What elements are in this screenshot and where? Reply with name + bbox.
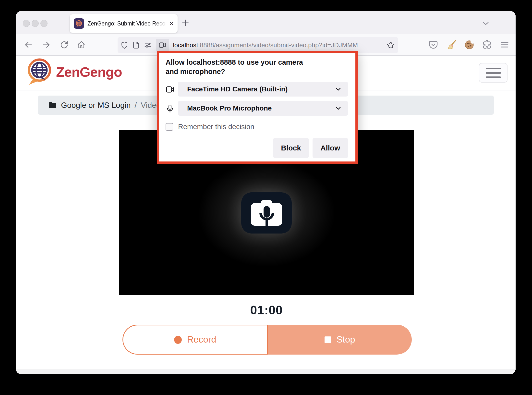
microphone-icon (166, 104, 174, 113)
breadcrumb-separator: / (135, 101, 137, 110)
url-host: localhost (173, 41, 198, 49)
microphone-device-value: MacBook Pro Microphone (187, 104, 334, 112)
broom-extension-icon[interactable] (447, 40, 457, 50)
new-tab-icon[interactable] (181, 18, 190, 28)
reload-icon[interactable] (60, 40, 69, 49)
zengengo-logo-icon (26, 58, 53, 86)
microphone-device-select[interactable]: MacBook Pro Microphone (178, 101, 348, 116)
record-label: Record (187, 334, 216, 345)
microphone-device-row: MacBook Pro Microphone (159, 101, 355, 116)
breadcrumb-root[interactable]: Google or MS Login (61, 101, 131, 110)
camera-device-value: FaceTime HD Camera (Built-in) (187, 85, 334, 93)
url-path: :8888/assignments/video/submit-video.php… (198, 41, 358, 49)
camera-active-icon[interactable] (156, 39, 169, 51)
cookie-extension-icon[interactable] (464, 40, 474, 50)
tab-strip: ZenGengo: Submit Video Record × (16, 11, 516, 34)
menu-hamburger-icon[interactable] (499, 40, 510, 50)
url-text[interactable]: localhost:8888/assignments/video/submit-… (173, 41, 387, 49)
puzzle-extensions-icon[interactable] (482, 40, 492, 50)
stop-label: Stop (337, 334, 355, 345)
stop-button[interactable]: Stop (268, 325, 412, 355)
window-status-strip (16, 369, 516, 374)
zengengo-logo[interactable]: ZenGengo (26, 58, 122, 86)
traffic-light-minimize[interactable] (32, 20, 39, 27)
camera-mic-placeholder-icon (241, 192, 292, 234)
traffic-light-zoom[interactable] (40, 20, 48, 27)
stop-square-icon (325, 336, 331, 343)
record-controls: Record Stop (122, 325, 412, 355)
chevron-down-icon (334, 85, 342, 93)
home-icon[interactable] (77, 40, 86, 49)
shield-icon[interactable] (121, 41, 128, 49)
record-dot-icon (174, 336, 182, 344)
forward-icon[interactable] (42, 40, 51, 49)
permission-dialog: Allow localhost:8888 to use your camera … (157, 51, 358, 164)
remember-label: Remember this decision (178, 123, 254, 131)
tab-close-icon[interactable]: × (169, 20, 174, 27)
pocket-icon[interactable] (428, 40, 438, 50)
folder-icon (48, 101, 57, 110)
allow-button[interactable]: Allow (313, 138, 348, 158)
video-camera-icon (166, 85, 174, 94)
recording-timer: 01:00 (119, 303, 414, 317)
permissions-sliders-icon[interactable] (144, 41, 152, 49)
tab-title: ZenGengo: Submit Video Record (87, 20, 168, 27)
zengengo-favicon-icon (74, 18, 84, 29)
back-icon[interactable] (24, 40, 33, 49)
record-button[interactable]: Record (122, 325, 268, 355)
camera-device-row: FaceTime HD Camera (Built-in) (159, 82, 355, 97)
block-button[interactable]: Block (273, 138, 309, 158)
navbar-toggler-icon[interactable] (479, 63, 508, 83)
reader-page-icon[interactable] (132, 41, 140, 49)
camera-device-select[interactable]: FaceTime HD Camera (Built-in) (178, 82, 348, 97)
tabs-chevron-down-icon[interactable] (481, 18, 491, 28)
brand-name: ZenGengo (56, 64, 122, 80)
remember-checkbox[interactable] (166, 123, 173, 131)
remember-decision-row: Remember this decision (166, 123, 254, 131)
bookmark-star-icon[interactable] (387, 41, 395, 49)
screenshot-stage: ZenGengo: Submit Video Record × (0, 0, 532, 395)
traffic-light-close[interactable] (23, 20, 30, 27)
permission-dialog-title: Allow localhost:8888 to use your camera … (166, 58, 317, 76)
chevron-down-icon (334, 104, 342, 112)
browser-tab[interactable]: ZenGengo: Submit Video Record × (70, 14, 178, 33)
